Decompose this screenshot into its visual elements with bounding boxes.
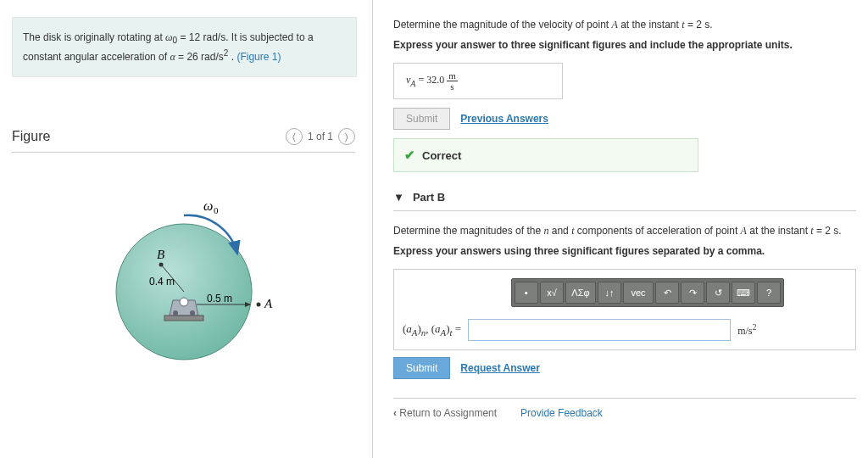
partA-instruction: Express your answer to three significant…	[393, 39, 856, 51]
previous-answers-link[interactable]: Previous Answers	[460, 113, 548, 125]
svg-rect-9	[164, 316, 203, 321]
answer-input-area: ▪ x√ ΛΣφ ↓↑ vec ↶ ↷ ↺ ⌨ ? (aA)n, (aA)t =…	[393, 269, 856, 350]
omega-val: = 12 rad/s	[177, 31, 225, 43]
tool-keyboard[interactable]: ⌨	[732, 282, 755, 304]
partB-unit: m/s2	[731, 322, 756, 338]
fig-B-label: B	[157, 248, 164, 261]
pager-next-button[interactable]: 〉	[338, 128, 355, 145]
tool-reset[interactable]: ↺	[706, 282, 730, 304]
svg-point-8	[190, 310, 195, 316]
fig-r1-label: 0.4 m	[149, 276, 175, 288]
tool-undo[interactable]: ↶	[655, 282, 679, 304]
partB-instruction: Express your answers using three signifi…	[393, 245, 856, 257]
svg-point-6	[180, 298, 188, 306]
problem-statement: The disk is originally rotating at ω0 = …	[12, 17, 357, 77]
math-toolbar: ▪ x√ ΛΣφ ↓↑ vec ↶ ↷ ↺ ⌨ ?	[511, 278, 784, 307]
partB-lhs-label: (aA)n, (aA)t =	[403, 322, 468, 338]
tool-vec[interactable]: vec	[623, 282, 654, 304]
problem-text: The disk is originally rotating at	[23, 31, 165, 43]
figure-link[interactable]: (Figure 1)	[236, 51, 281, 63]
collapse-icon: ▼	[393, 191, 404, 204]
correct-feedback: ✔ Correct	[393, 138, 698, 172]
tool-subscript[interactable]: ↓↑	[598, 282, 621, 304]
figure-title: Figure	[12, 129, 50, 144]
pager-prev-button[interactable]: 〈	[286, 128, 303, 145]
svg-point-7	[173, 310, 178, 316]
tool-greek[interactable]: ΛΣφ	[565, 282, 596, 304]
figure-pager: 〈 1 of 1 〉	[286, 128, 355, 145]
partB-header[interactable]: ▼ Part B	[393, 191, 856, 211]
return-to-assignment[interactable]: ‹ Return to Assignment	[393, 407, 497, 419]
tool-square[interactable]: ▪	[515, 282, 538, 304]
pager-text: 1 of 1	[308, 131, 333, 142]
partB-prompt: Determine the magnitudes of the n and t …	[393, 223, 856, 238]
tool-redo[interactable]: ↷	[681, 282, 704, 304]
svg-point-5	[256, 303, 260, 307]
tool-help[interactable]: ?	[757, 282, 781, 304]
fig-A-label: A	[264, 297, 273, 310]
fig-r2-label: 0.5 m	[207, 293, 232, 304]
partB-title: Part B	[413, 191, 445, 204]
figure-image: ω0 B 0.4 m 0.5 m A	[12, 173, 355, 377]
request-answer-link[interactable]: Request Answer	[460, 362, 540, 374]
svg-text:0: 0	[214, 205, 219, 215]
omega-symbol: ω	[165, 31, 172, 43]
tool-templates[interactable]: x√	[540, 282, 564, 304]
partA-answer-box: vA = 32.0 ms	[393, 63, 563, 99]
correct-text: Correct	[422, 149, 461, 162]
check-icon: ✔	[404, 148, 415, 163]
partA-submit-button[interactable]: Submit	[393, 108, 450, 130]
partB-answer-input[interactable]	[468, 319, 731, 341]
alpha-val: = 26 rad/s	[175, 51, 224, 63]
fig-w0-label: ω	[203, 198, 213, 213]
partA-prompt: Determine the magnitude of the velocity …	[393, 17, 856, 32]
provide-feedback-link[interactable]: Provide Feedback	[520, 407, 603, 419]
problem-text3: .	[228, 51, 236, 63]
partB-submit-button[interactable]: Submit	[393, 357, 450, 379]
